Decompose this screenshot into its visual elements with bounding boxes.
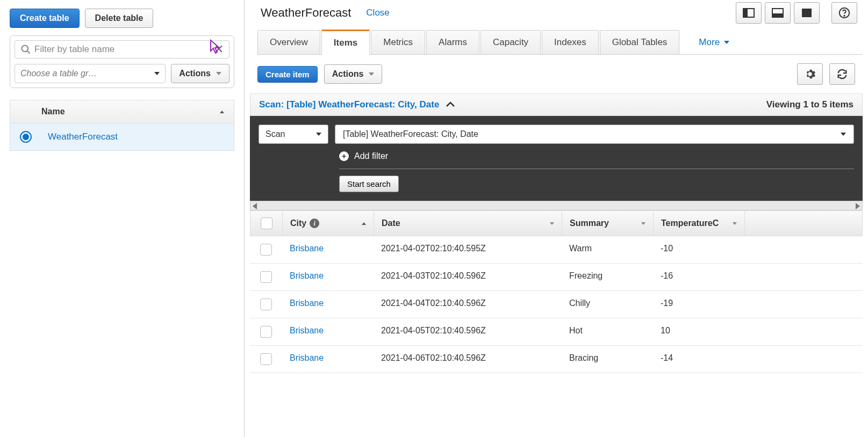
row-city-link[interactable]: Brisbane <box>282 346 374 373</box>
scan-target-value: [Table] WeatherForecast: City, Date <box>343 129 478 139</box>
group-placeholder: Choose a table gr… <box>20 69 97 78</box>
scan-target-select[interactable]: [Table] WeatherForecast: City, Date <box>335 125 854 144</box>
svg-rect-6 <box>802 9 812 17</box>
row-checkbox[interactable] <box>260 271 272 283</box>
column-city[interactable]: Cityi <box>283 211 374 236</box>
tables-header[interactable]: Name <box>10 100 234 123</box>
caret-down-icon <box>724 41 729 44</box>
tab-capacity[interactable]: Capacity <box>480 30 541 54</box>
caret-down-icon <box>841 133 846 136</box>
table-name-link[interactable]: WeatherForecast <box>48 132 118 142</box>
svg-rect-5 <box>772 13 783 17</box>
row-temperature: -19 <box>653 291 744 318</box>
clear-filter-icon[interactable]: ✕ <box>214 42 224 56</box>
select-all-cell <box>250 211 283 236</box>
create-item-button[interactable]: Create item <box>257 66 318 83</box>
row-check-cell <box>250 291 282 318</box>
row-checkbox[interactable] <box>260 326 272 338</box>
select-all-checkbox[interactable] <box>261 217 272 229</box>
scan-config-row: Scan [Table] WeatherForecast: City, Date <box>259 125 854 144</box>
scan-mode-select[interactable]: Scan <box>259 125 328 144</box>
sidebar: Create table Delete table ✕ Choose a tab… <box>0 0 245 437</box>
tab-metrics[interactable]: Metrics <box>371 30 425 54</box>
filter-panel: ✕ Choose a table gr… Actions <box>10 35 234 88</box>
row-temperature: -14 <box>653 346 744 373</box>
row-city-link[interactable]: Brisbane <box>282 264 374 290</box>
sort-icon <box>550 222 554 225</box>
tab-overview[interactable]: Overview <box>257 30 320 54</box>
refresh-button[interactable] <box>829 63 855 85</box>
row-temperature: -16 <box>653 264 744 290</box>
svg-point-8 <box>844 16 844 16</box>
svg-rect-3 <box>743 9 748 17</box>
row-summary: Bracing <box>562 346 653 373</box>
column-temperature[interactable]: TemperatureC <box>654 211 745 236</box>
delete-table-button[interactable]: Delete table <box>85 9 154 28</box>
table-row: Brisbane2021-04-02T02:10:40.595ZWarm-10 <box>250 236 863 264</box>
start-search-button[interactable]: Start search <box>339 176 399 192</box>
items-actions-button[interactable]: Actions <box>324 64 383 84</box>
layout-split-horizontal-button[interactable] <box>765 2 791 24</box>
column-city-label: City <box>290 218 306 228</box>
column-date-label: Date <box>382 218 400 228</box>
column-summary-label: Summary <box>570 218 609 228</box>
scan-summary-link[interactable]: Scan: [Table] WeatherForecast: City, Dat… <box>259 99 439 110</box>
actions-label: Actions <box>179 69 211 78</box>
row-check-cell <box>250 236 282 263</box>
layout-full-button[interactable] <box>794 2 820 24</box>
tab-alarms[interactable]: Alarms <box>426 30 479 54</box>
start-search-row: Start search <box>339 169 854 192</box>
table-group-select[interactable]: Choose a table gr… <box>15 64 166 83</box>
row-date: 2021-04-02T02:10:40.595Z <box>374 236 562 263</box>
column-summary[interactable]: Summary <box>562 211 654 236</box>
scan-mode-value: Scan <box>266 129 285 139</box>
tab-more[interactable]: More <box>687 31 741 54</box>
layout-split-vertical-button[interactable] <box>736 2 762 24</box>
main-header: WeatherForecast Close <box>250 0 863 29</box>
caret-down-icon <box>316 133 321 136</box>
info-icon[interactable]: i <box>310 218 319 228</box>
actions-label: Actions <box>332 69 364 79</box>
main-panel: WeatherForecast Close Overview Items Met… <box>245 0 868 437</box>
radio-selected-icon[interactable] <box>20 131 32 143</box>
help-icon <box>838 7 850 19</box>
create-table-button[interactable]: Create table <box>10 9 80 28</box>
sort-icon <box>641 222 645 225</box>
collapse-icon[interactable] <box>446 100 455 109</box>
row-city-link[interactable]: Brisbane <box>282 236 374 263</box>
filter-input[interactable] <box>34 44 224 55</box>
row-summary: Hot <box>562 318 653 345</box>
sort-asc-icon <box>362 222 366 225</box>
caret-down-icon <box>369 72 374 76</box>
filter-input-wrap: ✕ <box>15 40 229 59</box>
row-checkbox[interactable] <box>260 353 272 365</box>
full-icon <box>801 8 812 18</box>
row-city-link[interactable]: Brisbane <box>282 318 374 345</box>
data-table-header: Cityi Date Summary TemperatureC <box>250 210 863 236</box>
data-table-body: Brisbane2021-04-02T02:10:40.595ZWarm-10B… <box>250 236 863 373</box>
horizontal-scrollbar[interactable] <box>250 201 863 210</box>
tab-indexes[interactable]: Indexes <box>542 30 599 54</box>
row-checkbox[interactable] <box>260 298 272 310</box>
more-label: More <box>699 37 720 48</box>
column-date[interactable]: Date <box>374 211 562 236</box>
tab-global-tables[interactable]: Global Tables <box>600 30 680 54</box>
add-filter-button[interactable]: + Add filter <box>339 151 854 161</box>
add-filter-label: Add filter <box>354 151 388 161</box>
row-temperature: 10 <box>653 318 744 345</box>
help-button[interactable] <box>831 2 857 24</box>
tab-items[interactable]: Items <box>321 30 370 55</box>
row-checkbox[interactable] <box>260 244 272 256</box>
row-date: 2021-04-06T02:10:40.596Z <box>374 346 562 373</box>
settings-button[interactable] <box>797 63 823 85</box>
refresh-icon <box>836 68 848 80</box>
table-list-row[interactable]: WeatherForecast <box>10 123 234 151</box>
close-link[interactable]: Close <box>366 8 389 18</box>
row-date: 2021-04-05T02:10:40.596Z <box>374 318 562 345</box>
scan-summary-bar: Scan: [Table] WeatherForecast: City, Dat… <box>250 93 863 116</box>
sidebar-actions-button[interactable]: Actions <box>171 64 229 83</box>
row-check-cell <box>250 346 282 373</box>
svg-point-0 <box>22 46 28 52</box>
row-city-link[interactable]: Brisbane <box>282 291 374 318</box>
scan-config-panel: Scan [Table] WeatherForecast: City, Date… <box>250 116 863 201</box>
